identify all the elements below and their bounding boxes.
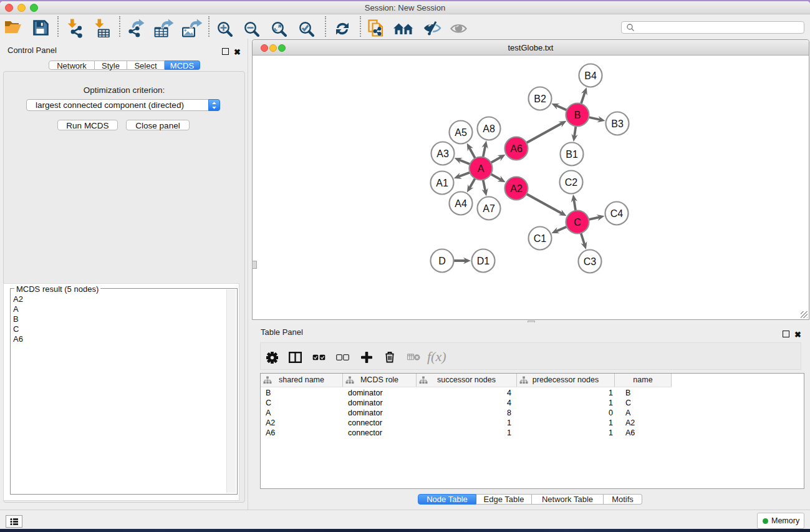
svg-text:D1: D1 (477, 256, 490, 266)
svg-text:f(x): f(x) (427, 349, 446, 364)
svg-text:A5: A5 (455, 127, 467, 138)
svg-text:C: C (574, 217, 581, 228)
svg-text:B3: B3 (611, 118, 624, 129)
svg-text:A3: A3 (436, 148, 449, 159)
svg-text:C2: C2 (565, 177, 578, 188)
svg-text:A8: A8 (483, 123, 495, 134)
svg-text:C4: C4 (610, 208, 624, 219)
svg-text:D: D (438, 256, 446, 266)
svg-text:A: A (478, 163, 485, 174)
svg-text:B2: B2 (534, 94, 546, 104)
svg-text:A1: A1 (436, 178, 448, 188)
svg-text:A7: A7 (483, 203, 495, 214)
svg-text:A2: A2 (510, 183, 523, 194)
svg-text:B4: B4 (584, 70, 597, 81)
svg-text:C1: C1 (534, 233, 547, 244)
svg-text:B: B (574, 110, 581, 120)
svg-text:A6: A6 (510, 143, 523, 154)
svg-text:B1: B1 (566, 149, 578, 160)
svg-text:A4: A4 (455, 198, 467, 209)
svg-text:C3: C3 (584, 256, 597, 267)
